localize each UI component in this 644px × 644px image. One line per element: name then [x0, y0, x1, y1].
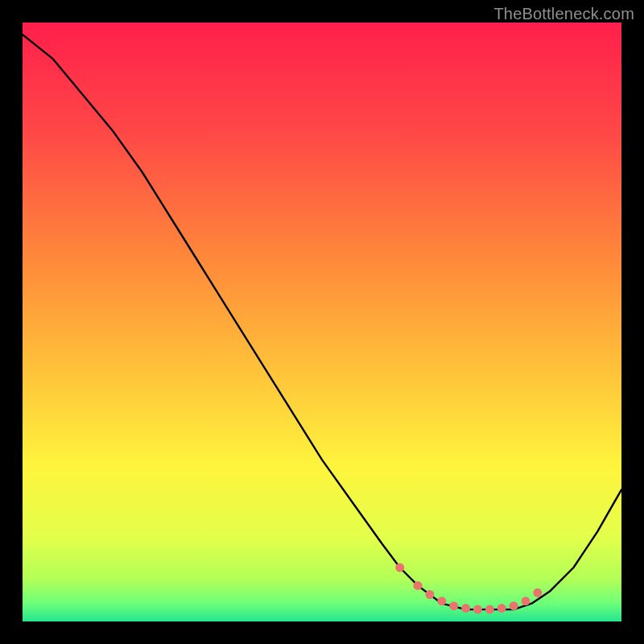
- bottleneck-curve: [23, 35, 621, 609]
- svg-point-4: [437, 597, 446, 605]
- svg-point-7: [473, 605, 482, 614]
- chart-svg: [23, 23, 621, 621]
- svg-point-11: [522, 597, 530, 605]
- plot-area: [23, 23, 621, 621]
- svg-point-1: [395, 564, 404, 572]
- watermark-text: TheBottleneck.com: [493, 5, 634, 23]
- optimal-zone-dots: [395, 564, 542, 614]
- svg-point-9: [497, 604, 506, 613]
- svg-point-8: [485, 605, 494, 614]
- svg-point-2: [414, 581, 423, 590]
- svg-point-12: [533, 588, 542, 597]
- svg-point-6: [461, 604, 470, 613]
- svg-point-5: [449, 601, 458, 610]
- outer-frame: TheBottleneck.com: [0, 0, 644, 644]
- svg-point-10: [510, 601, 518, 610]
- svg-point-3: [425, 590, 434, 599]
